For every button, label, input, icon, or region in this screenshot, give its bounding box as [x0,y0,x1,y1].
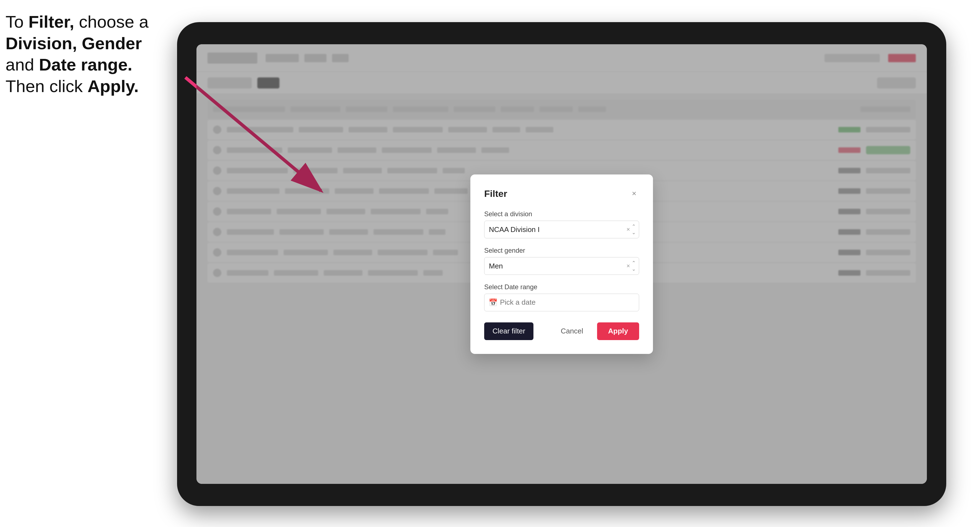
cancel-button[interactable]: Cancel [552,322,592,340]
modal-close-button[interactable]: × [629,189,639,198]
division-select-wrapper[interactable]: NCAA Division I NCAA Division II NCAA Di… [484,221,639,238]
instruction-line3: and Date range. [6,55,132,74]
apply-button[interactable]: Apply [597,322,639,340]
modal-footer: Clear filter Cancel Apply [484,322,639,340]
tablet-screen: Filter × Select a division NCAA Division… [196,44,927,484]
date-input-wrapper[interactable]: 📅 [484,294,639,311]
gender-form-group: Select gender Men Women Co-ed × ⌃⌄ [484,247,639,275]
instruction-line4: Then click Apply. [6,76,138,96]
date-label: Select Date range [484,283,639,291]
instruction-line1: To Filter, choose a [6,12,149,31]
clear-filter-button[interactable]: Clear filter [484,322,533,340]
footer-right-buttons: Cancel Apply [552,322,639,340]
modal-overlay: Filter × Select a division NCAA Division… [196,44,927,484]
division-label: Select a division [484,210,639,218]
division-select[interactable]: NCAA Division I NCAA Division II NCAA Di… [484,221,639,238]
filter-modal: Filter × Select a division NCAA Division… [470,175,653,354]
date-form-group: Select Date range 📅 [484,283,639,311]
gender-select[interactable]: Men Women Co-ed [484,257,639,275]
gender-label: Select gender [484,247,639,254]
instruction-bold-division-gender: Division, Gender [6,34,142,53]
modal-title: Filter [484,188,507,199]
date-input[interactable] [484,294,639,311]
instruction-text: To Filter, choose a Division, Gender and… [6,11,161,97]
modal-header: Filter × [484,188,639,199]
division-form-group: Select a division NCAA Division I NCAA D… [484,210,639,238]
gender-select-wrapper[interactable]: Men Women Co-ed × ⌃⌄ [484,257,639,275]
tablet-frame: Filter × Select a division NCAA Division… [177,22,946,506]
